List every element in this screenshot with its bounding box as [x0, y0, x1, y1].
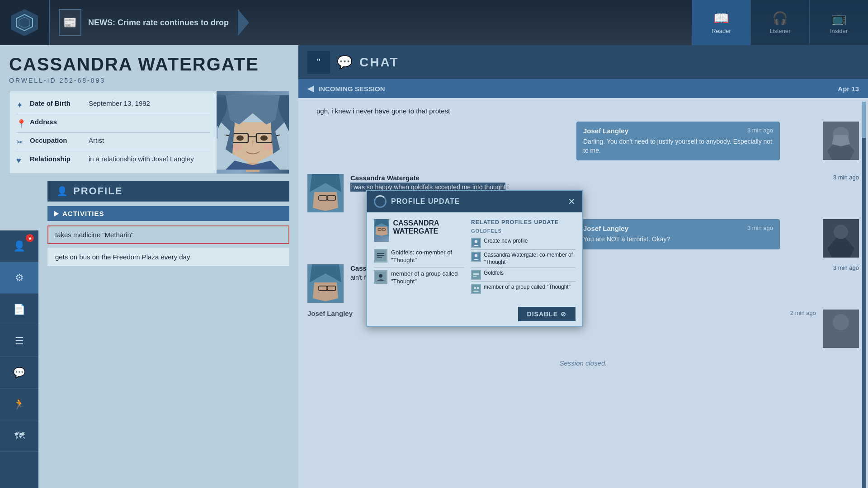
svg-rect-60 [473, 274, 479, 275]
main-content: CASSANDRA WATERGATE ORWELL-ID 252-68-093… [0, 45, 868, 488]
related-item-1[interactable]: Cassandra Watergate: co-member of "Thoug… [471, 250, 576, 268]
notification-dot: ★ [26, 234, 34, 242]
relationship-icon: ♥ [16, 156, 30, 165]
relationship-label: Relationship [30, 155, 89, 163]
modal-item-icon-0 [374, 249, 387, 263]
modal-item-text-0: Goldfels: co-member of "Thought" [391, 249, 464, 264]
info-row-address: 📍 Address [16, 114, 210, 133]
svg-rect-49 [377, 253, 384, 254]
svg-point-55 [475, 240, 478, 243]
info-row-dob: ✦ Date of Birth September 13, 1992 [16, 96, 210, 114]
news-arrow [238, 9, 249, 36]
dob-label: Date of Birth [30, 99, 89, 107]
sidebar-btn-chat[interactable]: 💬 [0, 357, 38, 389]
related-item-icon-0 [471, 238, 481, 248]
svg-point-12 [236, 136, 244, 141]
insider-icon: 📺 [831, 11, 847, 26]
activities-arrow-icon [54, 211, 59, 216]
profile-title: PROFILE [73, 185, 123, 197]
info-rows: ✦ Date of Birth September 13, 1992 📍 Add… [9, 91, 217, 174]
activity-item-0[interactable]: takes medicine "Metharin" [47, 225, 289, 244]
modal-related-column: RELATED PROFILES UPDATE GOLDFELS Create [471, 219, 576, 296]
svg-point-18 [263, 144, 274, 151]
modal-header: PROFILE UPDATE ✕ [367, 191, 582, 212]
activity-text-1: gets on bus on the Freedom Plaza every d… [55, 253, 190, 261]
activity-item-1[interactable]: gets on bus on the Freedom Plaza every d… [47, 248, 289, 266]
related-item-2[interactable]: Goldfels [471, 268, 576, 282]
portrait-arrow [217, 126, 218, 139]
modal-avatar [374, 219, 389, 242]
reader-icon: 📖 [713, 11, 729, 26]
list-icon: ☰ [15, 335, 24, 347]
tab-listener[interactable]: 🎧 Listener [750, 0, 809, 45]
svg-rect-59 [473, 273, 479, 274]
sidebar-btn-settings[interactable]: ⚙ [0, 262, 38, 294]
svg-point-13 [260, 136, 268, 141]
svg-point-53 [379, 274, 382, 277]
svg-point-64 [477, 287, 479, 289]
listener-label: Listener [769, 28, 790, 34]
sidebar-btn-files[interactable]: 📄 [0, 294, 38, 325]
sidebar-btn-list[interactable]: ☰ [0, 325, 38, 357]
svg-rect-61 [473, 276, 476, 277]
profile-section: 👤 PROFILE ACTIVITIES takes medicine "Met… [47, 181, 289, 266]
relationship-value: in a relationship with Josef Langley [89, 155, 194, 163]
sidebar-btn-profile[interactable]: 👤 ★ [0, 230, 38, 262]
profile-update-modal: PROFILE UPDATE ✕ [366, 190, 583, 327]
disable-button[interactable]: DISABLE ⊘ [518, 307, 576, 321]
activity-text-0: takes medicine "Metharin" [55, 231, 133, 239]
activities-bar[interactable]: ACTIVITIES [47, 206, 289, 221]
modal-subject-column: CASSANDRA WATERGATE [374, 219, 464, 296]
related-item-text-3: member of a group called "Thought" [484, 284, 571, 291]
files-icon: 📄 [13, 304, 25, 315]
svg-marker-1 [19, 17, 30, 28]
news-icon: 📰 [59, 9, 81, 36]
listener-icon: 🎧 [772, 11, 788, 26]
svg-point-17 [231, 144, 242, 151]
top-right-tabs: 📖 Reader 🎧 Listener 📺 Insider [692, 0, 868, 45]
address-label: Address [30, 118, 89, 126]
reader-label: Reader [712, 28, 731, 34]
related-item-text-0: Create new profile [484, 238, 528, 245]
profile-icon: 👤 [13, 240, 25, 252]
svg-rect-51 [377, 257, 382, 258]
info-card: ✦ Date of Birth September 13, 1992 📍 Add… [9, 91, 289, 174]
modal-close-button[interactable]: ✕ [568, 197, 576, 206]
occupation-value: Artist [89, 136, 104, 144]
occupation-label: Occupation [30, 136, 89, 144]
sidebar-btn-run[interactable]: 🏃 [0, 389, 38, 420]
chat-icon: 💬 [13, 367, 25, 379]
related-item-text-2: Goldfels [484, 270, 504, 277]
related-item-3[interactable]: member of a group called "Thought" [471, 282, 576, 296]
tab-insider[interactable]: 📺 Insider [809, 0, 868, 45]
modal-body: CASSANDRA WATERGATE [367, 212, 582, 302]
map-icon: 🗺 [14, 430, 24, 442]
news-text: NEWS: Crime rate continues to drop [88, 18, 229, 28]
related-item-icon-1 [471, 252, 481, 262]
svg-rect-50 [377, 255, 384, 256]
related-item-text-1: Cassandra Watergate: co-member of "Thoug… [484, 252, 576, 266]
disable-check-icon: ⊘ [561, 310, 566, 318]
address-icon: 📍 [16, 119, 30, 129]
subject-name: CASSANDRA WATERGATE [9, 54, 289, 75]
tab-reader[interactable]: 📖 Reader [692, 0, 750, 45]
occupation-icon: ✂ [16, 137, 30, 147]
top-bar: 📰 NEWS: Crime rate continues to drop 📖 R… [0, 0, 868, 45]
related-item-0[interactable]: Create new profile [471, 236, 576, 250]
run-icon: 🏃 [13, 399, 25, 410]
info-row-occupation: ✂ Occupation Artist [16, 133, 210, 151]
modal-title: PROFILE UPDATE [391, 197, 460, 206]
sidebar-btn-map[interactable]: 🗺 [0, 420, 38, 452]
spinner-icon [374, 195, 387, 208]
modal-footer: DISABLE ⊘ [367, 302, 582, 326]
modal-subject-header: CASSANDRA WATERGATE [374, 219, 464, 242]
left-panel: CASSANDRA WATERGATE ORWELL-ID 252-68-093… [0, 45, 298, 488]
right-panel: " 💬 CHAT ◀ INCOMING SESSION Apr 13 ugh, … [298, 45, 868, 488]
related-item-icon-3 [471, 284, 481, 294]
activities-label: ACTIVITIES [62, 210, 104, 217]
logo-hex [11, 9, 38, 36]
modal-item-1: member of a group called "Thought" [374, 267, 464, 288]
modal-item-text-1: member of a group called "Thought" [391, 270, 464, 286]
modal-related-title: RELATED PROFILES UPDATE [471, 219, 576, 225]
profile-header: 👤 PROFILE [47, 181, 289, 202]
